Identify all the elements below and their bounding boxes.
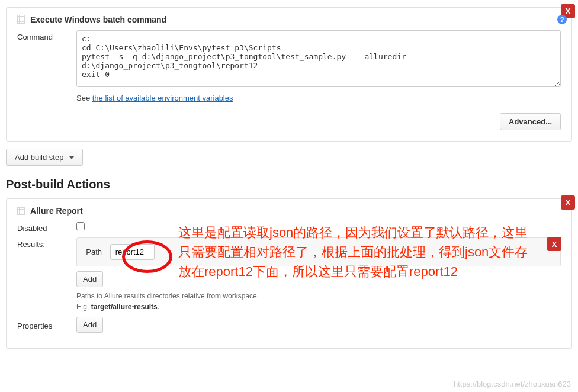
post-build-actions-heading: Post-build Actions xyxy=(6,178,572,191)
allure-report-section: X Allure Report Disabled Results: X Path xyxy=(6,198,572,349)
caret-down-icon xyxy=(69,156,74,159)
command-textarea[interactable]: c: cd C:\Users\zhaolili\Envs\pytest_p3\S… xyxy=(76,30,561,87)
results-path-block: X Path xyxy=(76,237,561,266)
advanced-button[interactable]: Advanced... xyxy=(500,113,561,130)
help-icon[interactable]: ? xyxy=(557,15,567,24)
remove-path-button[interactable]: X xyxy=(547,237,561,251)
disabled-checkbox[interactable] xyxy=(76,222,85,230)
path-input[interactable] xyxy=(110,244,155,260)
drag-handle-icon[interactable] xyxy=(17,15,25,24)
properties-label: Properties xyxy=(17,319,76,330)
results-label: Results: xyxy=(17,237,76,249)
see-prefix: See xyxy=(76,94,92,102)
allure-section-title: Allure Report xyxy=(30,206,83,216)
disabled-label: Disabled xyxy=(17,221,76,233)
close-allure-section-button[interactable]: X xyxy=(561,195,575,210)
add-property-button[interactable]: Add xyxy=(76,317,103,333)
paths-hint-line1: Paths to Allure results directories rela… xyxy=(76,291,561,301)
path-label: Path xyxy=(83,248,108,256)
add-build-step-label: Add build step xyxy=(15,153,63,162)
exec-windows-batch-section: X ? Execute Windows batch command Comman… xyxy=(6,7,572,142)
command-label: Command xyxy=(17,30,76,41)
add-result-path-button[interactable]: Add xyxy=(76,271,103,287)
paths-hint-line2: E.g. target/allure-results. xyxy=(76,301,561,312)
exec-section-title: Execute Windows batch command xyxy=(30,15,166,24)
env-vars-link[interactable]: the list of available environment variab… xyxy=(92,94,233,102)
add-build-step-button[interactable]: Add build step xyxy=(6,149,83,166)
drag-handle-icon[interactable] xyxy=(17,207,25,215)
